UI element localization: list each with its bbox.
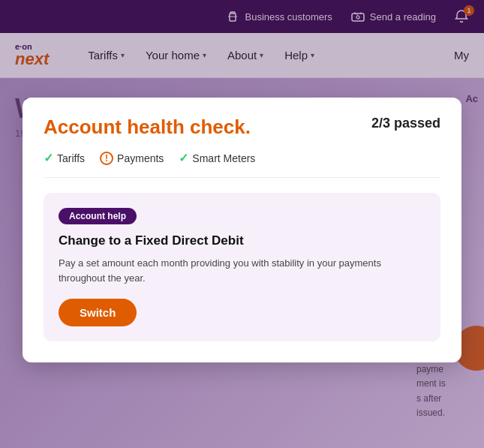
check-ok-icon-tariffs: ✓ <box>44 151 53 165</box>
card-title: Change to a Fixed Direct Debit <box>59 233 425 248</box>
modal-title: Account health check. <box>44 116 251 139</box>
card-description: Pay a set amount each month providing yo… <box>59 256 425 285</box>
check-smart-meters-label: Smart Meters <box>192 152 255 164</box>
account-health-modal: Account health check. 2/3 passed ✓ Tarif… <box>23 98 461 362</box>
switch-button[interactable]: Switch <box>59 299 137 326</box>
account-help-card: Account help Change to a Fixed Direct De… <box>44 193 440 341</box>
card-tag: Account help <box>59 208 137 224</box>
check-tariffs: ✓ Tariffs <box>44 151 85 165</box>
check-ok-icon-smart-meters: ✓ <box>179 151 188 165</box>
modal-header: Account health check. 2/3 passed <box>44 116 440 139</box>
check-tariffs-label: Tariffs <box>57 152 85 164</box>
modal-checks: ✓ Tariffs ! Payments ✓ Smart Meters <box>44 151 440 178</box>
check-smart-meters: ✓ Smart Meters <box>179 151 255 165</box>
check-payments-label: Payments <box>117 152 164 164</box>
check-warn-icon-payments: ! <box>100 152 113 165</box>
check-payments: ! Payments <box>100 152 164 165</box>
modal-score: 2/3 passed <box>371 116 440 131</box>
